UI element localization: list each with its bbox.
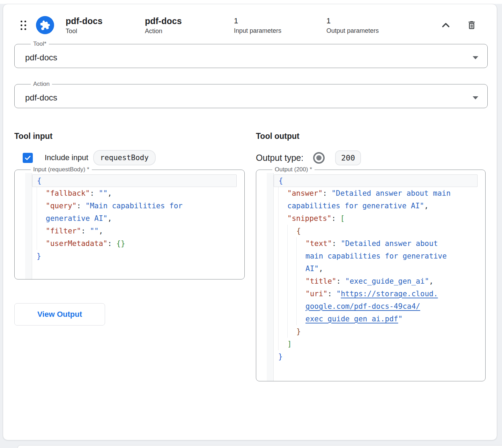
view-output-button[interactable]: View Output (14, 303, 105, 326)
code-line: "title": "exec_guide_gen_ai", (274, 275, 478, 288)
header-input-params: 1 Input parameters (234, 16, 326, 35)
code-line: { (32, 174, 237, 187)
status-200-chip[interactable]: 200 (335, 150, 361, 165)
output-params-count: 1 (326, 16, 438, 26)
tool-input-heading: Tool input (14, 131, 245, 141)
input-field-label: Input (requestBody) * (31, 166, 92, 173)
code-line: "text": "Detailed answer about (274, 237, 478, 250)
dropdown-arrow-icon (473, 56, 478, 59)
code-line: "fallback": "", (32, 187, 237, 200)
delete-button[interactable] (464, 17, 479, 33)
tool-output-section: Tool output Output type: 200 Output (200… (256, 131, 486, 381)
header-output-params: 1 Output parameters (326, 16, 438, 35)
code-line: "filter": "", (32, 225, 237, 237)
output-type-radio[interactable] (313, 152, 325, 164)
code-line: } (274, 325, 478, 338)
header-tool-sublabel: Tool (66, 28, 145, 35)
output-params-label: Output parameters (326, 27, 438, 35)
code-line: "userMetadata": {} (32, 237, 237, 250)
code-line: "snippets": [ (274, 212, 478, 225)
action-select[interactable]: Action pdf-docs (14, 81, 488, 108)
tool-output-heading: Tool output (256, 131, 486, 141)
include-input-label: Include input (45, 153, 88, 162)
editor-gutter (267, 173, 274, 381)
action-select-value: pdf-docs (25, 93, 57, 103)
code-line: capabilities for generative AI", (274, 200, 478, 212)
tool-config-card: pdf-docs Tool pdf-docs Action 1 Input pa… (3, 4, 497, 440)
input-params-label: Input parameters (234, 27, 326, 35)
input-requestbody-field: Input (requestBody) * {"fallback": "","q… (14, 166, 245, 279)
editor-gutter (25, 173, 32, 279)
code-line: ] (274, 338, 478, 350)
dropdown-arrow-icon (473, 96, 478, 99)
input-params-count: 1 (234, 16, 326, 26)
check-icon (24, 154, 31, 162)
next-card-edge (17, 445, 502, 448)
code-line: main capabilities for generative (274, 250, 478, 262)
code-line: "query": "Main capabilities for (32, 200, 237, 212)
output-200-field: Output (200) * {"answer": "Detailed answ… (256, 166, 486, 381)
header-action-name: pdf-docs (145, 16, 234, 26)
output-type-row: Output type: 200 (256, 149, 486, 166)
code-line: google.com/pdf-docs-49ca4/ (274, 300, 478, 313)
trash-icon (466, 20, 477, 30)
include-input-checkbox[interactable] (23, 153, 33, 163)
tool-input-section: Tool input Include input requestBody Inp… (14, 131, 245, 381)
chevron-up-icon (440, 19, 452, 31)
drag-handle-icon[interactable] (21, 21, 26, 30)
header-action-sublabel: Action (145, 28, 234, 35)
code-line: } (32, 250, 237, 262)
code-line: } (274, 350, 478, 363)
output-json-editor[interactable]: {"answer": "Detailed answer about mainca… (267, 173, 478, 381)
tool-select-value: pdf-docs (25, 53, 57, 62)
code-line: "uri": "https://storage.cloud. (274, 288, 478, 300)
card-header: pdf-docs Tool pdf-docs Action 1 Input pa… (14, 4, 488, 40)
output-type-label: Output type: (256, 153, 303, 163)
code-line: { (274, 225, 478, 237)
previous-card-edge (0, 0, 502, 4)
collapse-button[interactable] (438, 17, 453, 33)
tool-select-label: Tool* (31, 40, 49, 47)
header-tool-name: pdf-docs (66, 16, 145, 26)
header-action-summary: pdf-docs Action (145, 16, 234, 35)
action-select-label: Action (31, 81, 52, 88)
output-field-label: Output (200) * (272, 166, 315, 173)
tool-select[interactable]: Tool* pdf-docs (14, 40, 488, 68)
include-input-row: Include input requestBody (14, 149, 245, 166)
input-json-editor[interactable]: {"fallback": "","query": "Main capabilit… (25, 173, 237, 279)
code-line: "answer": "Detailed answer about main (274, 187, 478, 200)
extension-puzzle-icon (36, 16, 54, 34)
header-tool-summary: pdf-docs Tool (66, 16, 145, 35)
request-body-chip: requestBody (93, 150, 156, 165)
code-line: generative AI", (32, 212, 237, 225)
code-line: AI", (274, 262, 478, 275)
code-line: { (274, 174, 478, 187)
code-line: exec_guide_gen_ai.pdf" (274, 313, 478, 325)
